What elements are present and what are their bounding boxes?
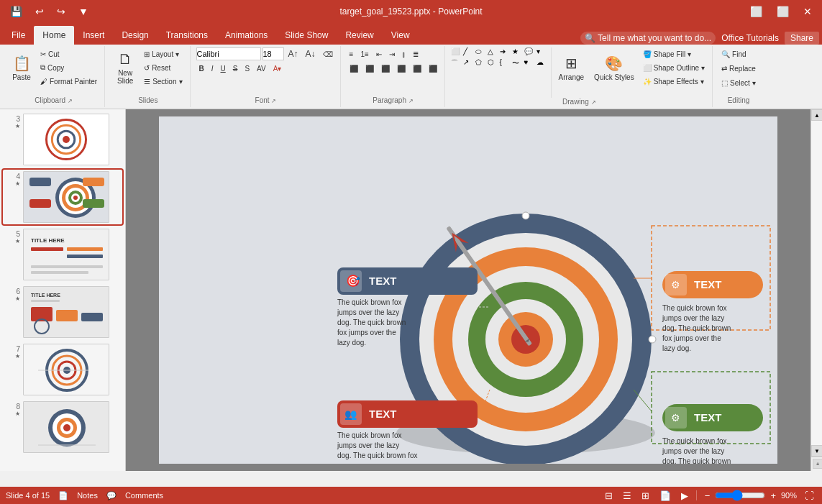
canvas-area[interactable]: 🎯 TEXT The quick brown fox jumps over th… xyxy=(126,109,810,471)
customize-button[interactable]: ▼ xyxy=(74,4,93,19)
shape-more[interactable]: ▾ xyxy=(536,47,548,56)
shape-brace[interactable]: { xyxy=(500,58,511,68)
line-spacing-button[interactable]: ≣ xyxy=(410,47,421,60)
shape-triangle[interactable]: △ xyxy=(488,47,499,56)
new-slide-button[interactable]: 🗋 NewSlide xyxy=(111,47,140,88)
search-box[interactable]: 🔍 Tell me what you want to do... xyxy=(580,32,716,45)
tab-transitions[interactable]: Transitions xyxy=(157,26,216,45)
fit-window-button[interactable]: ⛶ xyxy=(803,489,816,503)
bullet-list-button[interactable]: ≡ xyxy=(347,47,357,60)
maximize-button[interactable]: ⬜ xyxy=(772,4,793,19)
shape-cloud[interactable]: ☁ xyxy=(536,58,548,68)
tab-insert[interactable]: Insert xyxy=(74,26,113,45)
shape-heart[interactable]: ♥ xyxy=(524,58,536,68)
replace-button[interactable]: ⇄ Replace xyxy=(718,62,759,75)
format-painter-button[interactable]: 🖌 Format Painter xyxy=(37,75,100,88)
office-tutorials-link[interactable]: Office Tutorials xyxy=(721,33,779,43)
layout-button[interactable]: ⊞ Layout ▾ xyxy=(141,47,185,60)
slide-canvas[interactable]: 🎯 TEXT The quick brown fox jumps over th… xyxy=(159,116,777,464)
slide-item-3[interactable]: 3 ★ xyxy=(3,112,122,167)
shape-hexagon[interactable]: ⬡ xyxy=(488,58,499,68)
redo-button[interactable]: ↪ xyxy=(52,4,70,19)
slide-thumb-6[interactable]: TITLE HERE xyxy=(23,286,109,338)
view-sorter-button[interactable]: ⊞ xyxy=(639,489,652,503)
slide-thumb-4[interactable] xyxy=(23,171,109,223)
decrease-indent-button[interactable]: ⇤ xyxy=(373,47,385,60)
tab-view[interactable]: View xyxy=(383,26,419,45)
slide-item-4[interactable]: 4 ★ xyxy=(3,170,122,224)
slide-thumb-8[interactable] xyxy=(23,401,109,453)
view-reading-button[interactable]: ▶ xyxy=(679,489,690,503)
shape-oval[interactable]: ⬭ xyxy=(475,47,487,56)
copy-button[interactable]: ⧉ Copy xyxy=(37,61,100,74)
shape-arrow[interactable]: ➔ xyxy=(500,47,511,56)
view-normal-button[interactable]: ⊟ xyxy=(603,489,615,503)
shape-line[interactable]: ╱ xyxy=(463,47,475,56)
zoom-in-button[interactable]: + xyxy=(813,459,822,469)
tab-home[interactable]: Home xyxy=(34,26,74,45)
char-spacing-button[interactable]: AV xyxy=(254,62,269,75)
comments-button[interactable]: Comments xyxy=(125,491,163,500)
minimize-button[interactable]: ⬜ xyxy=(746,4,767,19)
increase-indent-button[interactable]: ⇥ xyxy=(386,47,398,60)
save-button[interactable]: 💾 xyxy=(6,4,27,19)
section-button[interactable]: ☰ Section ▾ xyxy=(141,75,185,88)
find-button[interactable]: 🔍 Find xyxy=(718,47,749,60)
shape-rect[interactable]: ⬜ xyxy=(451,47,462,56)
slide-thumb-7[interactable] xyxy=(23,344,109,395)
shape-bend[interactable]: ↗ xyxy=(463,58,475,68)
close-button[interactable]: ✕ xyxy=(799,4,816,19)
font-name-input[interactable] xyxy=(196,47,261,60)
select-button[interactable]: ⬚ Select ▾ xyxy=(718,76,759,89)
shape-callout[interactable]: 💬 xyxy=(524,47,536,56)
number-list-button[interactable]: 1≡ xyxy=(357,47,371,60)
reset-button[interactable]: ↺ Reset xyxy=(141,61,185,74)
justify-button[interactable]: ⬛ xyxy=(394,62,408,75)
shape-pentagon[interactable]: ⬠ xyxy=(475,58,487,68)
right-scrollbar[interactable]: ▲ ▼ + xyxy=(810,109,822,471)
tab-design[interactable]: Design xyxy=(113,26,157,45)
arrange-button[interactable]: ⊞ Arrange xyxy=(554,47,589,88)
slides-panel[interactable]: 3 ★ 4 ★ xyxy=(0,109,126,471)
columns-button[interactable]: ⫿ xyxy=(399,47,408,60)
slide-item-7[interactable]: 7 ★ xyxy=(3,342,122,397)
slide-item-6[interactable]: 6 ★ TITLE HERE xyxy=(3,285,122,339)
text-direction-button[interactable]: ⬛ xyxy=(410,62,424,75)
increase-font-button[interactable]: A↑ xyxy=(286,47,301,60)
view-outline-button[interactable]: ☰ xyxy=(621,489,634,503)
font-color-button[interactable]: A▾ xyxy=(270,62,285,75)
tab-animations[interactable]: Animations xyxy=(216,26,276,45)
cut-button[interactable]: ✂ Cut xyxy=(37,47,100,60)
zoom-slider[interactable] xyxy=(715,492,765,499)
quick-styles-button[interactable]: 🎨 Quick Styles xyxy=(590,47,639,88)
shape-wave[interactable]: 〜 xyxy=(512,58,524,68)
slide-item-8[interactable]: 8 ★ xyxy=(3,400,122,454)
zoom-out-button[interactable]: − xyxy=(703,489,713,503)
convert-smartart-button[interactable]: ⬛ xyxy=(426,62,440,75)
align-center-button[interactable]: ⬛ xyxy=(362,62,377,75)
shadow-button[interactable]: S xyxy=(242,62,252,75)
slide-item-5[interactable]: 5 ★ TITLE HERE xyxy=(3,227,122,282)
undo-button[interactable]: ↩ xyxy=(31,4,48,19)
underline-button[interactable]: U xyxy=(218,62,229,75)
paste-button[interactable]: 📋 Paste xyxy=(7,47,36,88)
slide-thumb-3[interactable] xyxy=(23,114,109,165)
strikethrough-button[interactable]: S xyxy=(230,62,241,75)
share-button[interactable]: Share xyxy=(785,32,819,45)
font-size-input[interactable] xyxy=(262,47,284,60)
slide-thumb-5[interactable]: TITLE HERE xyxy=(23,229,109,280)
tab-file[interactable]: File xyxy=(3,26,34,45)
shape-outline-button[interactable]: ⬜ Shape Outline ▾ xyxy=(640,61,708,74)
clear-format-button[interactable]: ⌫ xyxy=(320,47,336,60)
zoom-in-status-button[interactable]: + xyxy=(768,489,778,503)
align-right-button[interactable]: ⬛ xyxy=(378,62,393,75)
align-left-button[interactable]: ⬛ xyxy=(347,62,361,75)
tab-slideshow[interactable]: Slide Show xyxy=(276,26,337,45)
italic-button[interactable]: I xyxy=(209,62,216,75)
view-notes-button[interactable]: 📄 xyxy=(657,489,673,503)
shape-star[interactable]: ★ xyxy=(512,47,524,56)
shape-fill-button[interactable]: 🪣 Shape Fill ▾ xyxy=(640,47,708,60)
tab-review[interactable]: Review xyxy=(337,26,382,45)
shape-curve[interactable]: ⌒ xyxy=(451,58,462,68)
decrease-font-button[interactable]: A↓ xyxy=(303,47,319,60)
